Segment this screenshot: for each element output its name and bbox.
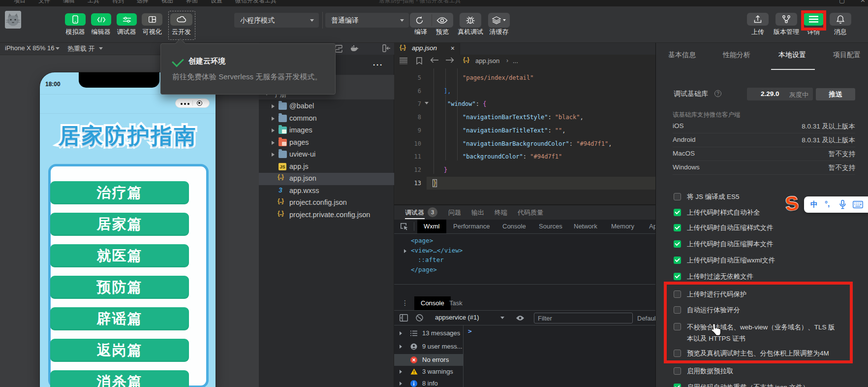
compile-button[interactable] bbox=[415, 16, 424, 25]
checkbox-checked-icon[interactable] bbox=[674, 273, 681, 280]
ime-symbol-button[interactable]: °, bbox=[825, 199, 830, 208]
sogou-logo[interactable]: S bbox=[784, 192, 800, 216]
preview-button[interactable] bbox=[436, 17, 448, 24]
debugger-toggle-button[interactable] bbox=[117, 13, 137, 26]
tab-local-settings[interactable]: 本地设置 bbox=[778, 51, 806, 60]
remote-debug-button[interactable] bbox=[460, 13, 481, 28]
file-tree-row[interactable]: JSapp.js bbox=[259, 161, 394, 173]
devtools-tab-appdata[interactable]: AppData bbox=[649, 223, 655, 230]
outline-icon[interactable] bbox=[400, 57, 407, 64]
console-tab-task[interactable]: Task bbox=[449, 299, 463, 307]
tab-project-config[interactable]: 项目配置 bbox=[833, 51, 861, 60]
console-prompt[interactable]: > bbox=[468, 327, 472, 335]
twisty-icon[interactable] bbox=[404, 249, 406, 253]
miniapp-button[interactable]: 治疗篇 bbox=[50, 181, 189, 204]
console-filter-errors[interactable]: No errors bbox=[394, 354, 463, 366]
bookmark-icon[interactable] bbox=[416, 57, 422, 64]
version-control-button[interactable] bbox=[775, 13, 797, 26]
filter-input[interactable]: Filter bbox=[534, 313, 633, 323]
visualization-toggle-button[interactable] bbox=[142, 13, 162, 26]
capsule-menu[interactable] bbox=[175, 98, 210, 108]
context-select[interactable]: appservice (#1) bbox=[435, 314, 479, 321]
console-filter-user[interactable]: 9 user mess... bbox=[394, 341, 463, 353]
file-tree-row[interactable]: images bbox=[259, 125, 394, 137]
messages-button[interactable] bbox=[830, 13, 851, 26]
mic-icon[interactable] bbox=[839, 200, 846, 209]
base-lib-version-select[interactable]: 2.29.0 灰度中 bbox=[747, 88, 813, 100]
menu-item[interactable]: 视图 bbox=[161, 0, 173, 5]
element-pseudo[interactable]: ::after bbox=[418, 255, 444, 265]
file-tree-row[interactable]: {..}project.config.json bbox=[259, 197, 394, 209]
eye-icon[interactable] bbox=[516, 315, 525, 321]
keyboard-icon[interactable] bbox=[853, 201, 863, 208]
hot-reload-select[interactable]: 热重载 开 bbox=[67, 44, 95, 53]
git-icon[interactable] bbox=[335, 45, 342, 53]
console-filter-info[interactable]: 8 info bbox=[394, 378, 463, 387]
element-node[interactable]: <page> bbox=[411, 236, 433, 246]
tab-terminal[interactable]: 终端 bbox=[495, 208, 507, 217]
devtools-tab-network[interactable]: Network bbox=[574, 223, 597, 230]
forward-icon[interactable] bbox=[446, 57, 454, 63]
avatar[interactable] bbox=[5, 11, 21, 29]
device-select[interactable]: iPhone X 85% 16 bbox=[5, 44, 54, 52]
menu-item[interactable]: 编辑 bbox=[63, 0, 75, 5]
file-tree-row[interactable]: common bbox=[259, 113, 394, 125]
back-icon[interactable] bbox=[430, 57, 438, 63]
tab-debugger[interactable]: 调试器 bbox=[405, 208, 424, 217]
checkbox-checked-icon[interactable] bbox=[674, 209, 681, 216]
ime-lang-toggle[interactable]: 中 bbox=[810, 200, 818, 209]
tab-problems[interactable]: 问题 bbox=[448, 208, 461, 217]
tab-performance[interactable]: 性能分析 bbox=[723, 51, 750, 60]
editor-tab-appjson[interactable]: {..} app.json × bbox=[394, 42, 460, 55]
checkbox-checked-icon[interactable] bbox=[674, 384, 681, 387]
menu-item[interactable]: 文件 bbox=[38, 0, 50, 5]
tab-output[interactable]: 输出 bbox=[471, 208, 484, 217]
close-icon[interactable]: ✕ bbox=[860, 0, 866, 4]
collapse-sidebar-icon[interactable] bbox=[382, 44, 391, 52]
checkbox-checked-icon[interactable] bbox=[674, 224, 681, 231]
more-icon[interactable]: ··· bbox=[373, 61, 383, 69]
fold-icon[interactable] bbox=[425, 102, 429, 104]
checkbox-checked-icon[interactable] bbox=[674, 240, 681, 248]
miniapp-button[interactable]: 就医篇 bbox=[50, 244, 189, 267]
maximize-icon[interactable]: ▢ bbox=[839, 0, 845, 4]
devtools-tab-wxml[interactable]: Wxml bbox=[417, 220, 446, 233]
simulator-toggle-button[interactable] bbox=[65, 13, 86, 26]
tab-code-quality[interactable]: 代码质量 bbox=[518, 208, 543, 217]
code-area[interactable]: 5 "pages/index/detail" 6 ], 7 "window": … bbox=[394, 68, 655, 204]
file-tree-row[interactable]: {..}project.private.config.json bbox=[259, 209, 394, 222]
cloud-dev-toggle-button[interactable] bbox=[170, 13, 192, 26]
console-filter-warnings[interactable]: 3 warnings bbox=[394, 366, 463, 378]
levels-select[interactable]: Default levels bbox=[637, 315, 655, 322]
editor-toggle-button[interactable] bbox=[91, 13, 111, 26]
breadcrumb-file[interactable]: app.json bbox=[475, 57, 499, 64]
miniapp-button[interactable]: 返岗篇 bbox=[50, 339, 189, 362]
miniapp-button[interactable]: 消杀篇 bbox=[50, 370, 189, 387]
element-node[interactable]: </page> bbox=[411, 265, 437, 275]
tab-basic-info[interactable]: 基本信息 bbox=[668, 51, 696, 60]
breadcrumb-more[interactable]: ... bbox=[513, 57, 518, 64]
console-filter-messages[interactable]: 13 messages bbox=[394, 327, 463, 339]
devtools-tab-performance[interactable]: Performance bbox=[453, 223, 490, 230]
element-node[interactable]: <view>…</view> bbox=[411, 246, 463, 256]
file-tree-row[interactable]: uview-ui bbox=[259, 149, 394, 161]
push-button[interactable]: 推送 bbox=[816, 88, 855, 100]
kebab-icon[interactable]: ⋮ bbox=[402, 299, 408, 307]
upload-button[interactable] bbox=[747, 13, 769, 26]
checkbox-checked-icon[interactable] bbox=[674, 257, 681, 264]
checkbox-unchecked-icon[interactable] bbox=[674, 193, 681, 200]
menu-item[interactable]: 设置 bbox=[211, 0, 222, 5]
sidebar-toggle-icon[interactable] bbox=[400, 314, 408, 322]
menu-item[interactable]: 转到 bbox=[112, 0, 124, 5]
devtools-tab-console[interactable]: Console bbox=[502, 223, 526, 230]
file-tree-row[interactable]: 3app.wxss bbox=[259, 185, 394, 197]
menu-item[interactable]: 工具 bbox=[88, 0, 99, 5]
close-icon[interactable]: × bbox=[451, 44, 455, 52]
miniapp-button[interactable]: 辟谣篇 bbox=[50, 307, 189, 330]
docker-whale-icon[interactable] bbox=[350, 45, 359, 52]
mode-select[interactable]: 小程序模式 bbox=[234, 13, 319, 28]
miniapp-button[interactable]: 居家篇 bbox=[50, 213, 189, 236]
file-tree-row[interactable]: pages bbox=[259, 137, 394, 149]
inspect-icon[interactable] bbox=[400, 223, 408, 230]
menu-item[interactable]: 项目 bbox=[14, 0, 26, 5]
